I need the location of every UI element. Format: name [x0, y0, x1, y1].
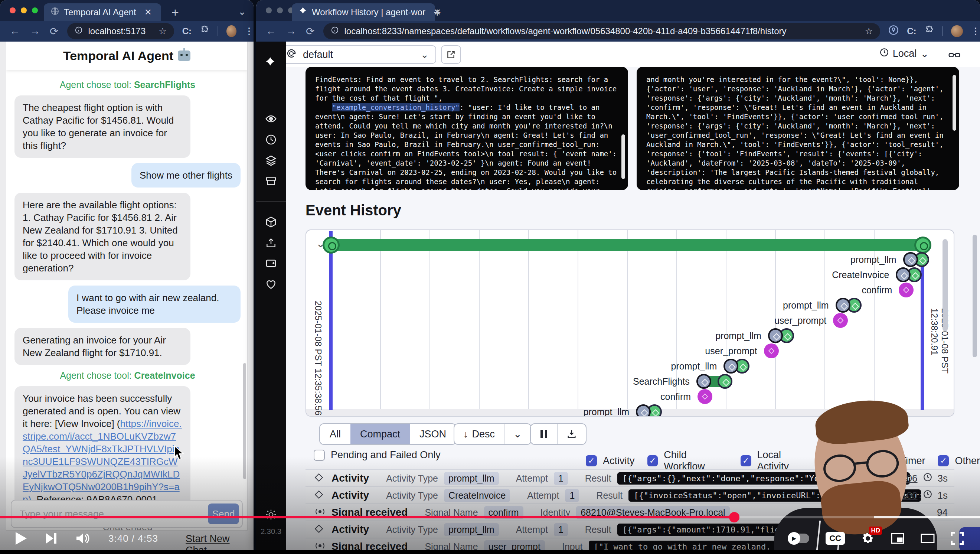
timezone-select[interactable]: Local ⌄ [880, 48, 929, 60]
activity-start-marker[interactable] [896, 267, 911, 282]
traffic-lights[interactable] [10, 8, 38, 13]
activity-start-marker[interactable] [768, 328, 783, 343]
tab-close-icon[interactable]: ✕ [145, 7, 152, 18]
forward-icon[interactable]: → [286, 25, 296, 37]
filter-activity[interactable]: ✓Activity [586, 449, 635, 472]
signal-marker[interactable] [764, 344, 779, 358]
tab-workflow-history[interactable]: Workflow History | agent-wor ✕ [292, 3, 435, 21]
video-scrubber-handle[interactable] [729, 512, 740, 522]
new-tab-button[interactable]: + [172, 5, 179, 20]
colorzilla-extension-icon[interactable]: C: [907, 26, 916, 37]
signal-marker[interactable] [833, 313, 848, 328]
extensions-puzzle-icon[interactable] [200, 25, 209, 37]
address-bar[interactable]: localhost:8233/namespaces/default/workfl… [323, 23, 880, 39]
checkbox-unchecked[interactable] [314, 450, 325, 461]
back-icon[interactable]: ← [10, 25, 20, 37]
profile-avatar[interactable] [226, 25, 237, 37]
onepassword-extension-icon[interactable] [888, 25, 899, 38]
tab-temporal-ai-agent[interactable]: Temporal AI Agent ✕ [44, 3, 161, 21]
workflow-span-bar[interactable] [331, 239, 924, 251]
schedules-clock-icon[interactable] [265, 134, 277, 146]
theme-sun-icon[interactable] [265, 509, 277, 521]
menu-kebab-icon[interactable]: ⋮ [245, 26, 253, 37]
tab-compact[interactable]: Compact [350, 424, 410, 444]
new-tab-button[interactable]: + [434, 5, 441, 20]
feedback-heart-icon[interactable] [265, 279, 277, 290]
workflow-input-code[interactable]: FindEvents: Find an event to travel to 2… [305, 67, 628, 190]
activity-start-marker[interactable] [636, 404, 651, 417]
activity-start-marker[interactable] [724, 359, 738, 374]
code-scrollbar[interactable] [621, 134, 625, 179]
fullscreen-button[interactable] [951, 532, 964, 545]
download-button[interactable] [558, 424, 586, 444]
activity-end-marker[interactable] [718, 374, 732, 389]
span-end-marker[interactable] [914, 237, 931, 254]
play-button[interactable] [15, 531, 27, 546]
autoplay-toggle[interactable] [788, 533, 809, 543]
namespace-select[interactable]: default ⌄ [278, 45, 436, 64]
ui-version: 2.30.3 [256, 527, 286, 536]
page-scrollbar[interactable] [972, 235, 977, 357]
extensions-puzzle-icon[interactable] [924, 25, 934, 37]
pause-button[interactable] [531, 424, 557, 444]
sort-menu-chevron[interactable]: ⌄ [504, 424, 531, 444]
checkbox-checked[interactable]: ✓ [741, 455, 751, 466]
activity-start-marker[interactable] [835, 298, 850, 313]
reload-icon[interactable]: ⟳ [306, 25, 314, 38]
tab-search-chevron-icon[interactable]: ⌄ [238, 6, 246, 18]
sort-desc[interactable]: ↓Desc [454, 424, 504, 444]
collapse-chevron-icon[interactable]: ⌄ [316, 237, 325, 250]
filter-child-workflow[interactable]: ✓Child Workflow [648, 449, 728, 472]
event-history-timeline[interactable]: ⌄ 2025-01-08 PST 12:35:38.56 2025-01-08 … [305, 229, 955, 417]
import-screen-icon[interactable] [265, 258, 277, 269]
codec-cube-icon[interactable] [265, 216, 277, 228]
signal-marker[interactable] [899, 283, 913, 298]
profile-avatar[interactable] [951, 25, 963, 37]
checkbox-checked[interactable]: ✓ [586, 455, 597, 466]
site-info-icon[interactable] [75, 26, 83, 37]
activity-start-marker[interactable] [697, 374, 711, 389]
message-input-row: Send [11, 500, 243, 528]
tab-json[interactable]: JSON [410, 424, 456, 444]
volume-button[interactable] [76, 532, 90, 545]
settings-gear-icon[interactable]: HD [861, 532, 875, 545]
tab-all[interactable]: All [320, 424, 350, 444]
traffic-lights[interactable] [266, 8, 294, 13]
workflow-result-code[interactable]: and month you're interested in for the e… [636, 67, 959, 190]
chat-scrollbar[interactable] [243, 363, 246, 479]
checkbox-checked[interactable]: ✓ [938, 455, 949, 466]
theater-mode-button[interactable] [921, 533, 935, 543]
share-upload-icon[interactable] [265, 237, 277, 249]
back-icon[interactable]: ← [266, 25, 276, 37]
invoice-link[interactable]: https://invoice.stripe.com/i/acct_1NBOLu… [23, 418, 182, 505]
open-in-new-button[interactable] [441, 45, 461, 64]
filter-other[interactable]: ✓Other [938, 449, 980, 472]
timeline-scrollbar[interactable] [942, 239, 948, 331]
checkbox-checked[interactable]: ✓ [648, 455, 658, 466]
send-button[interactable]: Send [208, 503, 239, 524]
video-progress-bar[interactable] [0, 516, 980, 518]
site-info-icon[interactable] [331, 26, 339, 37]
next-button[interactable] [46, 532, 57, 544]
reload-icon[interactable]: ⟳ [50, 25, 58, 38]
start-new-chat-link[interactable]: Start New Chat [186, 533, 253, 551]
signal-marker[interactable] [697, 389, 712, 404]
miniplayer-button[interactable] [891, 533, 904, 544]
captions-button[interactable]: CC [826, 532, 845, 545]
forward-icon[interactable]: → [30, 25, 40, 37]
activity-diamond-icon [314, 473, 326, 484]
colorzilla-extension-icon[interactable]: C: [182, 26, 191, 37]
activity-start-marker[interactable] [903, 252, 918, 267]
bookmark-star-icon[interactable]: ☆ [159, 26, 167, 37]
menu-kebab-icon[interactable]: ⋮ [971, 26, 980, 37]
labs-glasses-icon[interactable] [948, 48, 961, 62]
bookmark-star-icon[interactable]: ☆ [865, 26, 873, 37]
address-bar[interactable]: localhost:5173 ☆ [67, 23, 174, 39]
code-scrollbar[interactable] [953, 75, 956, 131]
video-letterbox [0, 550, 980, 554]
workflows-eye-icon[interactable] [265, 113, 277, 125]
namespaces-layers-icon[interactable] [265, 154, 277, 166]
temporal-logo-icon[interactable] [264, 56, 276, 68]
archive-icon[interactable] [265, 175, 277, 187]
filter-local-activity[interactable]: ✓Local Activity [741, 449, 813, 472]
